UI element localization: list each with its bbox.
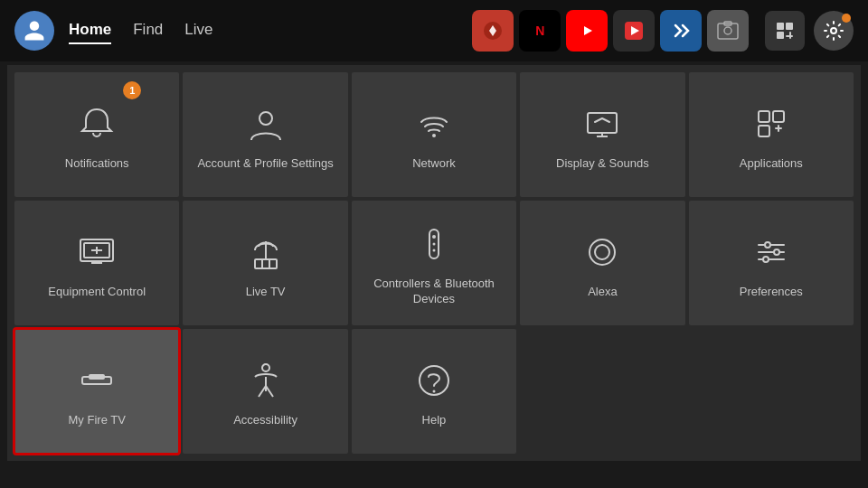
topbar-right <box>765 11 854 51</box>
svg-point-30 <box>595 245 609 259</box>
grid-item-myfiretv[interactable]: My Fire TV <box>14 329 179 454</box>
label-network: Network <box>412 156 456 172</box>
firetv-app-icon[interactable] <box>472 10 514 52</box>
svg-rect-19 <box>759 126 769 136</box>
icon-alexa <box>579 229 626 276</box>
app-icons: N <box>472 10 749 52</box>
youtube-app-icon[interactable] <box>566 10 608 52</box>
svg-point-26 <box>432 235 436 239</box>
label-preferences: Preferences <box>740 285 803 300</box>
icon-network <box>410 100 458 147</box>
label-alexa: Alexa <box>588 285 618 300</box>
nav-home[interactable]: Home <box>69 17 111 44</box>
svg-point-6 <box>724 27 731 34</box>
label-equipment: Equipment Control <box>48 285 146 300</box>
settings-button[interactable] <box>814 11 854 51</box>
svg-point-27 <box>432 243 435 246</box>
svg-rect-22 <box>255 259 277 268</box>
netflix-app-icon[interactable]: N <box>519 10 561 52</box>
svg-point-29 <box>590 239 615 265</box>
svg-rect-12 <box>786 35 793 37</box>
label-help: Help <box>422 413 447 428</box>
nav-find[interactable]: Find <box>133 17 163 44</box>
grid-item-help[interactable]: Help <box>352 329 516 454</box>
grid-item-alexa[interactable]: Alexa <box>520 201 684 325</box>
label-myfiretv: My Fire TV <box>69 413 126 428</box>
label-account: Account & Profile Settings <box>197 156 333 172</box>
grid-item-notifications[interactable]: 1 Notifications <box>14 72 179 197</box>
nav: Home Find Live <box>69 17 213 44</box>
icon-applications <box>748 100 795 147</box>
svg-point-28 <box>432 249 435 252</box>
grid-item-account[interactable]: Account & Profile Settings <box>183 72 347 197</box>
icon-account <box>242 100 289 147</box>
grid-item-display[interactable]: Display & Sounds <box>520 72 684 197</box>
svg-point-15 <box>432 134 436 137</box>
svg-point-41 <box>432 389 435 392</box>
notification-badge: 1 <box>123 81 141 99</box>
icon-help <box>410 357 458 404</box>
svg-point-14 <box>259 112 272 125</box>
grid-item-preferences[interactable]: Preferences <box>689 201 854 325</box>
settings-badge <box>842 14 851 23</box>
label-accessibility: Accessibility <box>233 413 297 428</box>
icon-controllers <box>410 221 458 267</box>
label-display: Display & Sounds <box>556 156 649 172</box>
svg-rect-9 <box>786 23 793 30</box>
avatar[interactable] <box>14 11 54 51</box>
grid-item-controllers[interactable]: Controllers & Bluetooth Devices <box>352 201 516 325</box>
grid-item-network[interactable]: Network <box>352 72 516 197</box>
playon-app-icon[interactable] <box>613 10 655 52</box>
label-applications: Applications <box>740 156 803 172</box>
svg-point-36 <box>763 257 769 262</box>
icon-notifications <box>73 100 120 147</box>
grid-item-accessibility[interactable]: Accessibility <box>183 329 347 454</box>
kodi-app-icon[interactable] <box>660 10 702 52</box>
grid-item-applications[interactable]: Applications <box>689 72 854 197</box>
svg-rect-8 <box>777 23 784 30</box>
icon-myfiretv <box>73 357 120 404</box>
grid-item-equipment[interactable]: Equipment Control <box>14 201 179 325</box>
grid-item-livetv[interactable]: Live TV <box>183 201 347 325</box>
topbar: Home Find Live N <box>0 0 868 61</box>
svg-rect-10 <box>777 32 784 39</box>
svg-rect-17 <box>759 111 769 122</box>
svg-point-34 <box>765 242 770 248</box>
photo-app-icon[interactable] <box>707 10 749 52</box>
nav-live[interactable]: Live <box>184 17 212 44</box>
label-livetv: Live TV <box>246 285 286 300</box>
settings-grid: 1 Notifications Account & Profile Settin… <box>7 65 861 461</box>
svg-point-13 <box>831 28 836 33</box>
svg-rect-16 <box>588 113 617 133</box>
icon-preferences <box>748 229 795 276</box>
icon-livetv <box>242 229 289 276</box>
label-controllers: Controllers & Bluetooth Devices <box>359 277 509 307</box>
svg-rect-18 <box>773 111 784 122</box>
icon-equipment <box>73 229 120 276</box>
grid-button[interactable] <box>765 11 805 51</box>
icon-accessibility <box>242 357 289 404</box>
icon-display <box>579 100 626 147</box>
svg-point-35 <box>774 249 779 255</box>
svg-point-39 <box>262 364 269 371</box>
label-notifications: Notifications <box>65 156 129 172</box>
